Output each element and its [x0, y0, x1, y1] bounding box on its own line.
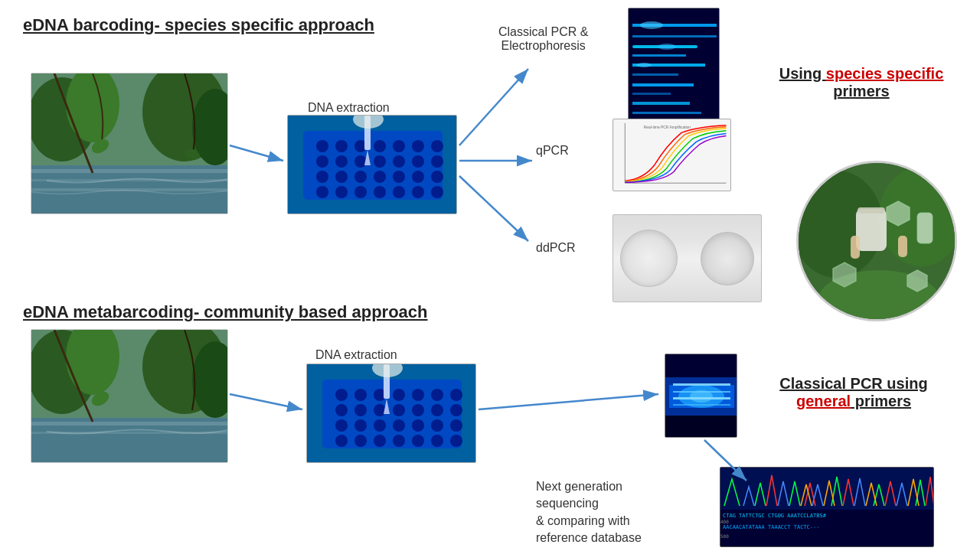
svg-point-112 — [450, 435, 462, 447]
dna-extraction-image-top — [287, 115, 457, 214]
svg-point-101 — [374, 419, 386, 432]
svg-rect-126 — [665, 416, 737, 438]
svg-point-110 — [412, 435, 424, 447]
svg-point-92 — [335, 404, 348, 416]
svg-text:400: 400 — [720, 519, 729, 524]
classical-pcr-label: Classical PCR & Electrophoresis — [498, 25, 588, 53]
svg-point-14 — [335, 140, 348, 152]
svg-point-33 — [431, 171, 443, 183]
pcr-electrophoresis-image — [628, 8, 720, 122]
svg-line-137 — [459, 69, 528, 145]
svg-line-141 — [479, 394, 658, 409]
svg-point-35 — [335, 186, 348, 198]
svg-rect-80 — [31, 422, 228, 425]
svg-line-136 — [230, 145, 283, 161]
svg-point-103 — [412, 419, 424, 432]
dna-extraction-label-top: DNA extraction — [308, 101, 390, 115]
svg-point-88 — [393, 389, 405, 401]
svg-point-29 — [354, 171, 367, 183]
svg-point-109 — [393, 435, 405, 447]
svg-point-107 — [354, 435, 367, 447]
annotation-highlight-general: general — [796, 393, 851, 409]
svg-rect-50 — [632, 73, 678, 76]
svg-point-13 — [316, 140, 328, 152]
svg-point-93 — [354, 404, 367, 416]
nature-image-bottom — [31, 329, 228, 463]
svg-point-55 — [640, 21, 663, 29]
svg-rect-123 — [673, 397, 730, 399]
svg-point-105 — [450, 419, 462, 432]
svg-rect-71 — [851, 236, 860, 259]
svg-point-27 — [316, 171, 328, 183]
annotation-general-primers: Classical PCR using general primers — [743, 375, 965, 410]
svg-point-37 — [374, 186, 386, 198]
qpcr-chart-image: Real-time PCR Amplification — [612, 119, 731, 191]
annotation-highlight-species: species specific — [826, 65, 943, 82]
svg-point-21 — [335, 155, 348, 168]
svg-point-38 — [393, 186, 405, 198]
svg-point-91 — [450, 389, 462, 401]
annotation-bottom-text: Classical PCR using general primers — [779, 375, 927, 409]
dna-extraction-label-bottom: DNA extraction — [315, 348, 397, 362]
svg-point-89 — [412, 389, 424, 401]
svg-point-85 — [335, 389, 348, 401]
svg-text:500: 500 — [720, 533, 729, 539]
svg-point-23 — [374, 155, 386, 168]
svg-rect-54 — [632, 112, 701, 114]
svg-point-25 — [412, 155, 424, 168]
svg-point-102 — [393, 419, 405, 432]
gel-image-bottom — [665, 354, 737, 438]
svg-text:Real-time PCR Amplification: Real-time PCR Amplification — [644, 126, 691, 129]
svg-text:AACAACATATAAA TAAACCT TACTC---: AACAACATATAAA TAAACCT TACTC--- — [723, 524, 819, 530]
svg-point-20 — [316, 155, 328, 168]
svg-line-139 — [459, 176, 528, 241]
svg-point-28 — [335, 171, 348, 183]
dna-extraction-image-bottom — [306, 364, 476, 463]
svg-rect-124 — [673, 404, 730, 406]
slide: eDNA barcoding- species specific approac… — [0, 0, 980, 551]
svg-point-98 — [450, 404, 462, 416]
svg-point-22 — [354, 155, 367, 168]
svg-marker-70 — [907, 270, 927, 292]
svg-point-34 — [316, 186, 328, 198]
svg-point-17 — [393, 140, 405, 152]
svg-rect-122 — [673, 391, 730, 393]
svg-rect-48 — [632, 54, 686, 57]
svg-point-39 — [412, 186, 424, 198]
svg-point-31 — [393, 171, 405, 183]
svg-point-100 — [354, 419, 367, 432]
svg-point-18 — [412, 140, 424, 152]
svg-point-95 — [393, 404, 405, 416]
svg-rect-51 — [632, 83, 694, 86]
svg-point-40 — [431, 186, 443, 198]
svg-point-30 — [374, 171, 386, 183]
dna-sequencing-image: CTAG TATTCTGC CTG0G AAATCCLATBS# AACAACA… — [720, 467, 934, 547]
nature-image-top — [31, 73, 228, 214]
svg-marker-69 — [833, 262, 856, 287]
svg-rect-67 — [858, 207, 885, 214]
svg-rect-53 — [632, 102, 690, 105]
annotation-species-specific: Using species specificprimers — [750, 65, 972, 100]
svg-point-96 — [412, 404, 424, 416]
qpcr-label: qPCR — [536, 144, 569, 158]
svg-point-90 — [431, 389, 443, 401]
circle-specimen-image — [796, 161, 957, 321]
svg-point-106 — [335, 435, 348, 447]
svg-rect-6 — [31, 169, 228, 173]
svg-point-104 — [431, 419, 443, 432]
annotation-using: using — [887, 375, 927, 392]
svg-point-26 — [431, 155, 443, 168]
svg-point-86 — [354, 389, 367, 401]
svg-point-57 — [636, 63, 652, 67]
ngs-label: Next generation sequencing & comparing w… — [536, 478, 642, 547]
svg-point-32 — [412, 171, 424, 183]
svg-point-36 — [354, 186, 367, 198]
svg-line-140 — [230, 394, 302, 409]
svg-marker-68 — [887, 201, 910, 226]
svg-rect-121 — [673, 383, 730, 386]
svg-text:CTAG TATTCTGC CTG0G AAATCCLATB: CTAG TATTCTGC CTG0G AAATCCLATBS# — [723, 513, 827, 519]
title-barcoding: eDNA barcoding- species specific approac… — [23, 15, 374, 35]
svg-point-16 — [374, 140, 386, 152]
svg-point-94 — [374, 404, 386, 416]
svg-point-19 — [431, 140, 443, 152]
